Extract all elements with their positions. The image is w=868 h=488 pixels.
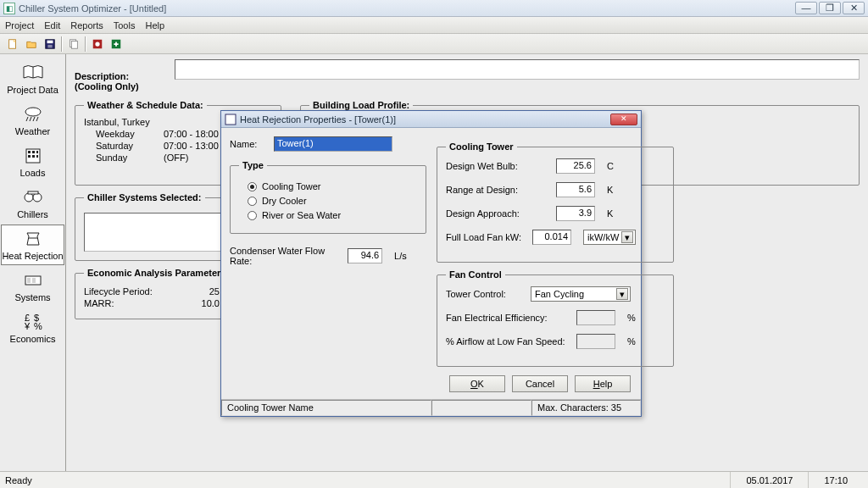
nav-loads[interactable]: Loads (1, 141, 64, 182)
cloud-icon (21, 104, 45, 125)
help-button[interactable]: Help (575, 375, 631, 392)
description-label: Description: (75, 71, 129, 81)
book-icon (21, 63, 45, 83)
svg-rect-3 (47, 44, 52, 47)
nav-economics[interactable]: £$¥% Economics (1, 308, 64, 348)
econ-legend: Economic Analysis Parameters: (84, 268, 232, 278)
cancel-button[interactable]: Cancel (512, 375, 568, 392)
approach-input[interactable]: 3.9 (556, 206, 595, 221)
svg-line-11 (26, 117, 28, 121)
nav-weather[interactable]: Weather (1, 100, 64, 141)
svg-rect-27 (27, 278, 31, 283)
nav-sidebar: Project Data Weather Loads Chillers Heat… (0, 54, 66, 471)
type-legend: Type (239, 160, 267, 170)
close-button[interactable]: ✕ (843, 2, 865, 14)
dialog-status-right: Max. Characters: 35 (531, 400, 641, 416)
dialog-icon (225, 114, 236, 125)
svg-rect-19 (28, 155, 31, 158)
tower-control-dropdown[interactable]: Fan Cycling▾ (531, 286, 631, 302)
dialog-title: Heat Rejection Properties - [Tower(1)] (240, 114, 610, 125)
window-title: Chiller System Optimizer - [Untitled] (19, 3, 795, 14)
svg-text:¥: ¥ (24, 321, 31, 331)
svg-rect-20 (32, 155, 35, 158)
economics-icon: £$¥% (21, 312, 45, 332)
nav-label: Project Data (7, 85, 58, 95)
nav-label: Weather (15, 126, 50, 136)
cooling-tower-icon (21, 229, 45, 249)
nav-heat-rejection[interactable]: Heat Rejection (1, 225, 64, 265)
svg-line-13 (33, 117, 35, 121)
svg-text:%: % (34, 321, 42, 331)
radio-cooling-tower[interactable]: Cooling Tower (248, 181, 417, 191)
building-icon (21, 146, 45, 166)
svg-rect-16 (28, 151, 31, 153)
radio-dry-cooler[interactable]: Dry Cooler (248, 196, 417, 206)
name-label: Name: (230, 139, 265, 149)
cooling-tower-legend: Cooling Tower (446, 141, 517, 152)
svg-rect-18 (36, 151, 38, 153)
dialog-status-mid (431, 400, 531, 416)
systems-icon (21, 270, 45, 291)
dialog-titlebar[interactable]: Heat Rejection Properties - [Tower(1)] ✕ (221, 111, 641, 128)
new-icon[interactable] (3, 36, 22, 53)
run2-icon[interactable] (107, 36, 125, 53)
app-icon: ◧ (3, 3, 15, 14)
nav-project-data[interactable]: Project Data (1, 58, 64, 99)
nav-label: Economics (10, 334, 56, 344)
chiller-icon (21, 187, 45, 208)
run1-icon[interactable] (88, 36, 107, 53)
chevron-down-icon: ▾ (621, 231, 633, 243)
chevron-down-icon: ▾ (616, 288, 628, 300)
menu-edit[interactable]: Edit (44, 20, 60, 30)
menu-tools[interactable]: Tools (114, 20, 136, 30)
toolbar (0, 34, 868, 54)
building-legend: Building Load Profile: (309, 100, 413, 110)
fan-control-legend: Fan Control (446, 269, 505, 280)
menu-help[interactable]: Help (145, 20, 164, 30)
fan-airflow-input (576, 334, 615, 349)
radio-river-sea[interactable]: River or Sea Water (248, 210, 417, 220)
description-sub: (Cooling Only) (75, 81, 139, 92)
dialog-status-left: Cooling Tower Name (221, 400, 431, 416)
save-icon[interactable] (41, 36, 59, 53)
menu-reports[interactable]: Reports (70, 20, 103, 30)
statusbar: Ready 05.01.2017 17:10 (0, 471, 868, 488)
weather-legend: Weather & Schedule Data: (84, 100, 207, 110)
svg-rect-17 (32, 151, 35, 153)
menu-project[interactable]: Project (5, 20, 34, 30)
svg-point-10 (25, 108, 41, 116)
dialog-close-button[interactable]: ✕ (610, 114, 637, 125)
window-titlebar: ◧ Chiller System Optimizer - [Untitled] … (0, 0, 868, 17)
status-time: 17:10 (808, 472, 863, 488)
nav-chillers[interactable]: Chillers (1, 183, 64, 224)
cwfr-label: Condenser Water Flow Rate: (230, 246, 339, 266)
chiller-legend: Chiller Systems Selected: (84, 192, 205, 202)
cwfr-input[interactable]: 94.6 (348, 248, 382, 263)
status-date: 05.01.2017 (730, 472, 808, 488)
svg-rect-5 (71, 41, 77, 48)
svg-rect-28 (32, 278, 36, 283)
nav-label: Loads (20, 168, 46, 178)
wetbulb-input[interactable]: 25.6 (556, 158, 595, 174)
nav-systems[interactable]: Systems (1, 266, 64, 307)
svg-line-14 (36, 117, 38, 121)
description-box (175, 59, 860, 80)
svg-point-7 (95, 42, 99, 46)
name-input[interactable]: Tower(1) (274, 136, 392, 152)
ok-button[interactable]: OK (449, 375, 505, 392)
status-ready: Ready (5, 475, 730, 485)
fankw-input[interactable]: 0.014 (532, 230, 571, 245)
svg-line-12 (30, 117, 31, 121)
svg-rect-21 (36, 155, 38, 158)
svg-rect-2 (47, 40, 53, 43)
nav-label: Systems (14, 292, 50, 302)
nav-label: Heat Rejection (2, 251, 63, 261)
open-icon[interactable] (22, 36, 41, 53)
fankw-unit-dropdown[interactable]: ikW/kW▾ (583, 230, 636, 245)
fan-eff-input (576, 310, 615, 325)
range-input[interactable]: 5.6 (556, 182, 595, 197)
copy-icon[interactable] (64, 36, 83, 53)
minimize-button[interactable]: — (795, 2, 817, 14)
menubar: Project Edit Reports Tools Help (0, 17, 868, 34)
maximize-button[interactable]: ❐ (819, 2, 841, 14)
